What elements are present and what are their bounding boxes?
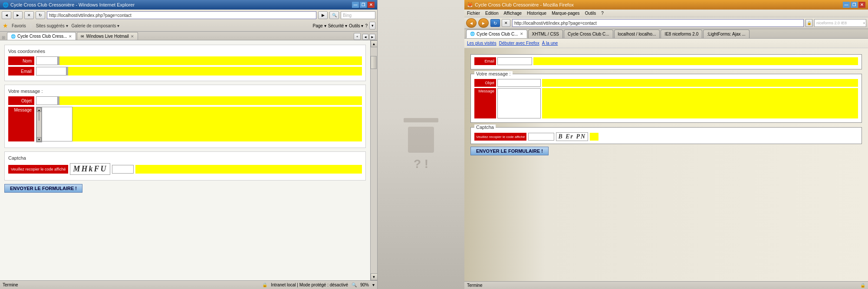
ie-tab-active[interactable]: 🌐 Cycle Cross Club Cress... ✕ [7,32,76,40]
ff-browser: 🦊 Cycle Cross Club Cressonière - Mozilla… [464,0,868,289]
ff-forward-btn[interactable]: ► [478,18,489,28]
ie-refresh-btn[interactable]: ↻ [36,11,45,19]
ff-message-yellow [542,88,858,118]
ff-tab-1[interactable]: XHTML / CSS [528,30,563,38]
ie-favorites-label[interactable]: Favoris [12,23,26,28]
ie-tab-scroll-left[interactable]: ◄ [362,34,368,40]
ie-tools-menu[interactable]: Outils ▾ [349,23,363,28]
ie-email-input[interactable] [36,67,66,76]
ie-restore-btn[interactable]: ❐ [360,2,367,8]
ff-back-btn[interactable]: ◄ [466,18,477,28]
ie-help-btn[interactable]: ? [365,23,368,28]
ff-minimize-btn[interactable]: — [843,2,850,8]
ie-nom-label: Nom [8,56,34,65]
ff-nav-row: ◄ ► ↻ ✕ http://localhost/vtt/index.php?p… [466,18,866,28]
ie-close-btn[interactable]: ✕ [368,2,375,8]
ff-message-textarea[interactable] [497,88,541,118]
ie-captcha-yellow [135,165,362,174]
ff-tab-2[interactable]: Cycle Cross Club C... [564,30,613,38]
ff-captcha-row: Veuillez recopier le code affiché B Er P… [474,132,858,141]
ff-stop-btn[interactable]: ✕ [502,19,510,27]
ie-zoom-arrow[interactable]: ▾ [372,282,375,287]
ff-search-dropdown[interactable]: ▾ [863,21,865,25]
ff-tab-4[interactable]: IE8 niceforms 2.0 [661,30,702,38]
ie-tab-close[interactable]: ✕ [69,34,72,39]
ie-page-menu[interactable]: Page ▾ [312,23,326,28]
ie-minimize-btn[interactable]: — [352,2,359,8]
ie-section-message: Votre message : Objet Message ▲ [4,85,366,148]
ff-message-row: Message [474,88,858,118]
ie-submit-btn[interactable]: ENVOYER LE FORMULAIRE ! [4,184,82,193]
ie-suggested-sites[interactable]: Sites suggérés ▾ [36,23,68,28]
ff-captcha-input[interactable] [528,133,554,141]
ff-objet-row: Objet [474,79,858,87]
ie-extra-btn[interactable]: ▾ [369,22,375,30]
ie-scroll-top-btn[interactable]: ▲ [371,40,378,47]
ie-security-menu[interactable]: Sécurité ▾ [328,23,347,28]
ff-menu-affichage[interactable]: Affichage [504,11,522,16]
ie-nom-row: Nom [8,56,362,65]
ie-captcha-input[interactable] [112,165,134,174]
ie-scroll-up[interactable]: ▲ [37,108,41,112]
ff-email-yellow [533,57,858,65]
ff-section-captcha: Captcha Veuillez recopier le code affich… [470,125,862,144]
ff-bm-0[interactable]: Les plus visités [467,41,496,46]
ff-email-input[interactable] [497,57,532,65]
ff-statusbar: Termine 🔒 [464,281,868,289]
ie-forward-btn[interactable]: ► [13,11,23,19]
ff-menu-outils[interactable]: Outils [585,11,596,16]
ie-scroll-down[interactable]: ▼ [37,137,41,141]
ff-tab-0[interactable]: 🌐 Cycle Cross Club C... ✕ [466,30,527,38]
ie-tab-hotmail-close[interactable]: ✕ [131,34,134,39]
ff-titlebar: 🦊 Cycle Cross Club Cressonière - Mozilla… [464,0,868,10]
ff-restore-btn[interactable]: ❐ [851,2,858,8]
ie-search-icon[interactable]: 🔍 [329,11,339,19]
ff-win-controls: — ❐ ✕ [843,2,865,8]
ie-status-right: 🔒 Intranet local | Mode protégé : désact… [262,282,375,287]
ff-tab-5[interactable]: :LightForms: Ajax ... [703,30,749,38]
ie-new-tab-btn[interactable]: + [354,33,361,40]
ff-tab-3-label: localhost / localho... [618,32,656,36]
ff-menu-marques[interactable]: Marque-pages [552,11,579,16]
ff-status-right: 🔒 [860,283,865,288]
ff-search-box[interactable]: niceforms 2.0 IE8 ▾ [814,19,866,27]
ff-menu-fichier[interactable]: Fichier [467,11,480,16]
ie-tools-row: ★ Favoris | Sites suggérés ▾ Galerie de … [2,21,375,30]
ie-nom-yellow [59,56,362,65]
ie-gallery[interactable]: Galerie de composants ▾ [72,23,120,28]
blur-text: ? ! [414,157,428,171]
ie-email-yellow [68,67,362,76]
ie-message-textarea[interactable] [42,107,72,141]
ie-scroll-thumb [39,112,39,121]
ie-back-btn[interactable]: ◄ [2,11,11,19]
ff-menu-edition[interactable]: Edition [485,11,499,16]
ff-submit-btn[interactable]: ENVOYER LE FORMULAIRE ! [470,147,549,155]
ie-stop-btn[interactable]: ✕ [24,11,34,19]
ie-address-text: http://localhost/vtt/index.php?page=cont… [49,13,132,18]
ie-objet-input[interactable] [36,96,58,105]
ff-objet-label: Objet [474,79,496,87]
ff-tab-3[interactable]: localhost / localho... [614,30,660,38]
ff-tab-0-close[interactable]: ✕ [520,32,523,36]
ff-close-btn[interactable]: ✕ [858,2,865,8]
ff-bm-1[interactable]: Débuter avec Firefox [499,41,539,46]
ff-address-bar[interactable]: http://localhost/vtt/index.php?page=cont… [512,19,804,27]
ff-email-row: Email [474,57,858,65]
ff-ssl-icon: 🔒 [806,19,812,27]
ie-section3-legend: Captcha [8,155,362,161]
ie-search-input[interactable]: Bing [341,11,375,19]
ie-message-yellow [72,107,362,141]
ff-objet-input[interactable] [497,79,541,87]
ff-reload-btn[interactable]: ↻ [490,19,500,27]
ff-bm-2[interactable]: À la une [542,41,558,46]
ie-nom-input[interactable] [36,56,58,65]
ff-menu-help[interactable]: ? [601,11,604,16]
ie-tab-scroll-right[interactable]: ► [369,34,375,40]
ff-menu-historique[interactable]: Historique [527,11,546,16]
ie-scroll-bottom-btn[interactable]: ▼ [371,273,378,280]
ie-tab-hotmail[interactable]: ✉ Windows Live Hotmail ✕ [77,32,138,40]
ie-address-bar[interactable]: http://localhost/vtt/index.php?page=cont… [47,11,316,19]
ie-tab-hotmail-icon: ✉ [81,34,84,39]
ie-go-btn[interactable]: ▶ [318,11,328,19]
ie-search-placeholder: Bing [343,13,352,18]
